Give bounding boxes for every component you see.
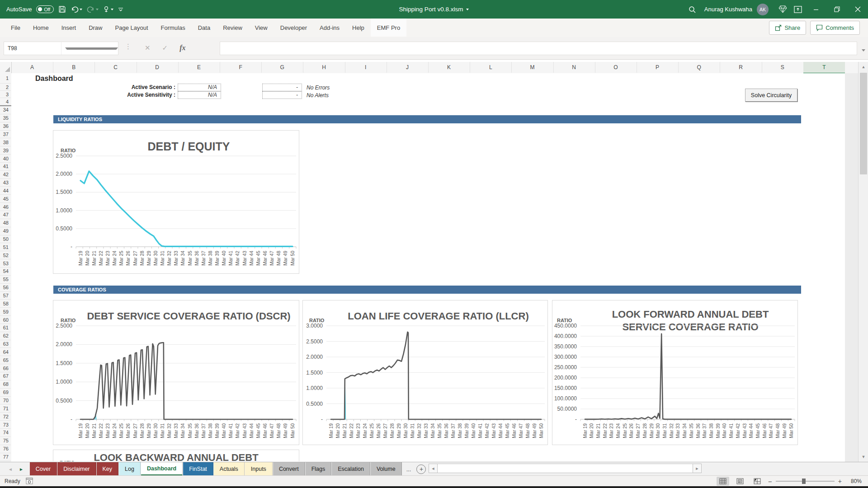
column-header-L[interactable]: L <box>470 62 512 73</box>
row-number-48[interactable]: 48 <box>0 219 11 227</box>
ribbon-tab-formulas[interactable]: Formulas <box>155 19 192 37</box>
row-number-36[interactable]: 36 <box>0 122 11 131</box>
formula-input[interactable] <box>220 42 857 55</box>
column-header-G[interactable]: G <box>261 62 303 73</box>
ribbon-display-options-icon[interactable] <box>790 0 806 19</box>
row-number-65[interactable]: 65 <box>0 356 11 364</box>
column-header-I[interactable]: I <box>345 62 387 73</box>
column-header-K[interactable]: K <box>428 62 470 73</box>
sheet-tab-inputs[interactable]: Inputs <box>245 462 273 476</box>
row-number-39[interactable]: 39 <box>0 146 11 155</box>
row-number-46[interactable]: 46 <box>0 203 11 211</box>
column-header-P[interactable]: P <box>637 62 679 73</box>
zoom-slider-thumb[interactable] <box>802 479 806 484</box>
sheet-tab-volume[interactable]: Volume <box>371 462 402 476</box>
sheet-tab-dashboard[interactable]: Dashboard <box>141 462 183 476</box>
zoom-percent[interactable]: 80% <box>846 478 862 484</box>
column-header-F[interactable]: F <box>220 62 262 73</box>
undo-button[interactable] <box>71 6 82 13</box>
row-number-77[interactable]: 77 <box>0 453 11 461</box>
row-number-57[interactable]: 57 <box>0 292 11 300</box>
active-scenario-value[interactable]: N/A <box>178 84 221 91</box>
sheet-title-cell[interactable]: Dashboard <box>35 73 73 84</box>
sheet-tab-cover[interactable]: Cover <box>30 462 57 476</box>
chart-look-backward-adscr[interactable]: LOOK BACKWARD ANNUAL DEBT RATIO <box>53 450 299 461</box>
sheet-tab-log[interactable]: Log <box>119 462 141 476</box>
row-number-53[interactable]: 53 <box>0 259 11 267</box>
row-number-1[interactable]: 1 <box>0 73 11 84</box>
sheet-tab-disclaimer[interactable]: Disclaimer <box>57 462 96 476</box>
column-header-B[interactable]: B <box>53 62 95 73</box>
redo-button[interactable] <box>87 6 99 13</box>
vertical-scrollbar[interactable]: ▲ ▼ <box>858 62 868 462</box>
row-number-52[interactable]: 52 <box>0 251 11 259</box>
chart-llcr[interactable]: LOAN LIFE COVERAGE RATIO (LLCR)RATIO3.00… <box>302 300 548 445</box>
column-header-A[interactable]: A <box>11 62 53 73</box>
minimize-button[interactable] <box>806 0 826 19</box>
insert-function-icon[interactable]: fx <box>179 44 185 52</box>
column-header-N[interactable]: N <box>553 62 595 73</box>
ribbon-tab-add-ins[interactable]: Add-ins <box>313 19 346 37</box>
row-number-44[interactable]: 44 <box>0 187 11 195</box>
restore-button[interactable] <box>826 0 847 19</box>
title-dropdown-icon[interactable] <box>466 9 469 10</box>
ribbon-tab-insert[interactable]: Insert <box>55 19 83 37</box>
normal-view-icon[interactable] <box>717 477 729 486</box>
row-number-47[interactable]: 47 <box>0 211 11 219</box>
column-header-R[interactable]: R <box>720 62 762 73</box>
column-header-O[interactable]: O <box>595 62 637 73</box>
row-number-34[interactable]: 34 <box>0 106 11 114</box>
ribbon-tab-data[interactable]: Data <box>192 19 217 37</box>
scroll-left-icon[interactable]: ◄ <box>429 464 438 473</box>
ribbon-tab-emf-pro[interactable]: EMF Pro <box>371 19 406 37</box>
row-number-56[interactable]: 56 <box>0 284 11 292</box>
row-number-69[interactable]: 69 <box>0 389 11 397</box>
chart-dscr[interactable]: DEBT SERVICE COVERAGE RATIO (DSCR)RATIO2… <box>53 300 299 445</box>
ribbon-tab-draw[interactable]: Draw <box>82 19 108 37</box>
save-button[interactable] <box>58 5 66 13</box>
row-number-60[interactable]: 60 <box>0 316 11 324</box>
row-number-63[interactable]: 63 <box>0 340 11 348</box>
row-number-72[interactable]: 72 <box>0 413 11 421</box>
zoom-in-icon[interactable]: + <box>838 478 842 485</box>
row-number-68[interactable]: 68 <box>0 380 11 389</box>
row-number-37[interactable]: 37 <box>0 131 11 139</box>
row-number-3[interactable]: 3 <box>0 91 11 98</box>
row-number-43[interactable]: 43 <box>0 179 11 187</box>
row-number-2[interactable]: 2 <box>0 84 11 91</box>
zoom-slider[interactable] <box>776 481 835 482</box>
alerts-count-box[interactable]: - <box>262 91 302 99</box>
errors-count-box[interactable]: - <box>262 84 302 91</box>
row-number-35[interactable]: 35 <box>0 114 11 122</box>
row-number-70[interactable]: 70 <box>0 397 11 405</box>
row-number-51[interactable]: 51 <box>0 243 11 251</box>
column-header-M[interactable]: M <box>511 62 553 73</box>
touch-mouse-mode-button[interactable] <box>103 6 113 13</box>
row-number-55[interactable]: 55 <box>0 276 11 284</box>
horizontal-scrollbar-thumb[interactable] <box>438 464 693 473</box>
page-break-preview-icon[interactable] <box>751 477 764 486</box>
row-number-4[interactable]: 4 <box>0 98 11 105</box>
ribbon-tab-page-layout[interactable]: Page Layout <box>109 19 155 37</box>
column-header-J[interactable]: J <box>387 62 429 73</box>
undo-dropdown-icon[interactable] <box>80 9 82 10</box>
comments-button[interactable]: Comments <box>810 21 860 35</box>
formula-bar-drag-handle[interactable]: ⋮ <box>125 42 132 51</box>
row-number-62[interactable]: 62 <box>0 332 11 340</box>
document-title[interactable]: Shipping Port v0.8.xlsm <box>399 6 463 13</box>
tab-scroll-right-icon[interactable]: ► <box>19 467 24 472</box>
customize-qat-button[interactable] <box>118 7 123 12</box>
tab-scroll-left-icon[interactable]: ◄ <box>8 467 13 472</box>
chart-look-forward-adscr[interactable]: LOOK FORWARD ANNUAL DEBTSERVICE COVERAGE… <box>552 300 798 445</box>
sheet-tab-flags[interactable]: Flags <box>306 462 332 476</box>
zoom-out-icon[interactable]: − <box>768 478 772 485</box>
row-number-75[interactable]: 75 <box>0 437 11 445</box>
vertical-scrollbar-thumb[interactable] <box>860 73 867 174</box>
row-number-49[interactable]: 49 <box>0 227 11 235</box>
row-number-64[interactable]: 64 <box>0 348 11 357</box>
name-box-dropdown-icon[interactable] <box>61 42 118 55</box>
row-number-73[interactable]: 73 <box>0 421 11 429</box>
redo-dropdown-icon[interactable] <box>96 9 99 10</box>
ribbon-tab-view[interactable]: View <box>249 19 274 37</box>
scroll-up-icon[interactable]: ▲ <box>859 62 868 72</box>
